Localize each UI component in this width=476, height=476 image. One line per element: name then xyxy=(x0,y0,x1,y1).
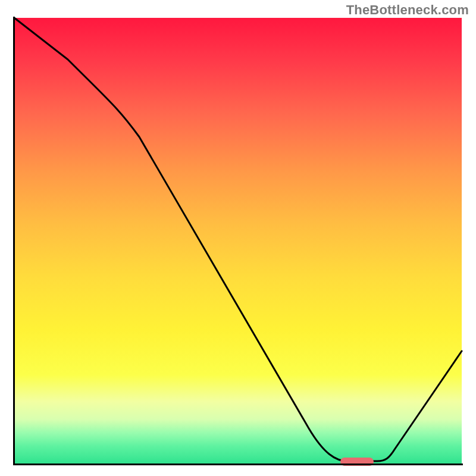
chart-root: TheBottleneck.com xyxy=(0,0,476,476)
watermark-text: TheBottleneck.com xyxy=(346,2,469,18)
x-axis xyxy=(13,464,463,465)
plot-area xyxy=(14,18,462,464)
curve-layer xyxy=(14,18,462,464)
curve-path xyxy=(14,18,462,461)
y-axis xyxy=(13,17,15,465)
